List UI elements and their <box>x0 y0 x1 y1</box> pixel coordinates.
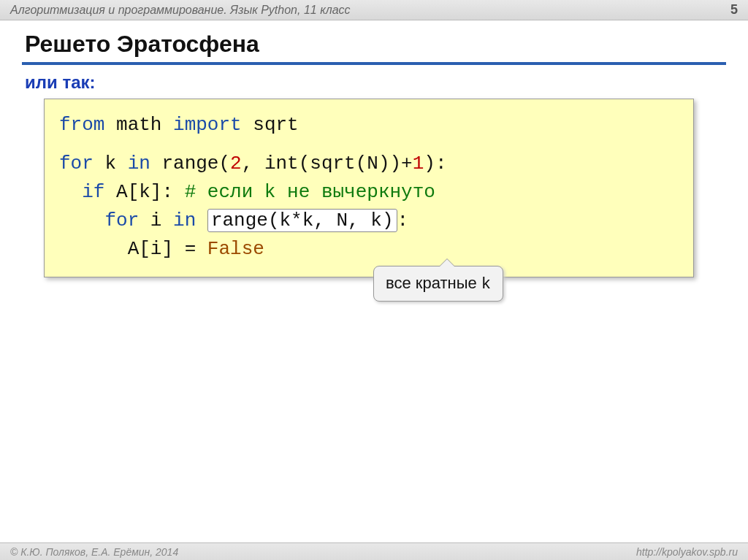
code-line-4: for i in range(k*k, N, k): <box>59 207 679 235</box>
highlighted-range: range(k*k, N, k) <box>207 209 397 232</box>
footer-authors: © К.Ю. Поляков, Е.А. Ерёмин, 2014 <box>10 546 178 558</box>
slide-header: Алгоритмизация и программирование. Язык … <box>0 0 748 20</box>
course-title: Алгоритмизация и программирование. Язык … <box>10 4 351 17</box>
code-line-5: A[i] = False <box>59 235 679 264</box>
callout-text: все кратные <box>386 274 481 292</box>
callout-var: k <box>481 275 491 294</box>
code-line-3: if A[k]: # если k не вычеркнуто <box>59 178 679 207</box>
page-number: 5 <box>730 2 738 18</box>
subtitle: или так: <box>25 72 726 93</box>
code-line-1: from math import sqrt <box>59 111 679 139</box>
code-line-2: for k in range(2, int(sqrt(N))+1): <box>59 150 679 178</box>
code-blank <box>59 139 679 150</box>
slide-content: Решето Эратосфена или так: from math imp… <box>0 20 748 277</box>
code-block: from math import sqrt for k in range(2, … <box>44 99 694 277</box>
slide-footer: © К.Ю. Поляков, Е.А. Ерёмин, 2014 http:/… <box>0 542 748 560</box>
callout-bubble: все кратные k <box>373 266 503 302</box>
page-title: Решето Эратосфена <box>22 28 726 65</box>
footer-url: http://kpolyakov.spb.ru <box>636 546 738 558</box>
